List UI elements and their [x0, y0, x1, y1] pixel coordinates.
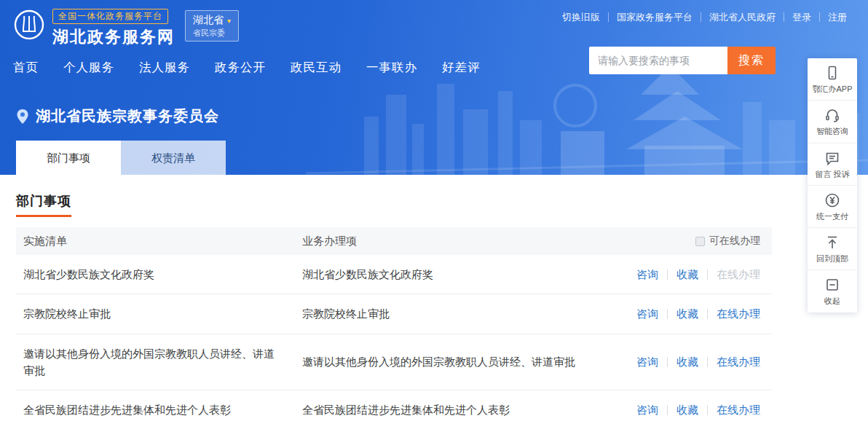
region-name: 湖北省	[193, 14, 224, 25]
online-handle-link[interactable]: 在线办理	[717, 353, 760, 370]
divider	[667, 405, 668, 415]
divider	[667, 309, 668, 319]
divider	[667, 357, 668, 367]
collapse-icon	[824, 277, 840, 293]
nav-item[interactable]: 政民互动	[291, 60, 342, 76]
nav-item[interactable]: 法人服务	[139, 60, 190, 76]
consult-link[interactable]: 咨询	[636, 353, 658, 370]
chevron-down-icon: ▾	[227, 17, 231, 25]
biz-item-name: 全省民族团结进步先进集体和先进个人表彰	[302, 401, 615, 418]
nav-item[interactable]: 首页	[13, 60, 39, 76]
favorite-link[interactable]: 收藏	[676, 266, 698, 283]
banner-tabs: 部门事项 权责清单	[16, 141, 226, 175]
list-item-name: 宗教院校终止审批	[16, 305, 302, 322]
favorite-link[interactable]: 收藏	[676, 353, 698, 370]
nav-item[interactable]: 好差评	[442, 60, 481, 76]
tab-department-items[interactable]: 部门事项	[16, 141, 121, 175]
search-input[interactable]	[589, 47, 727, 74]
top-link[interactable]: 湖北省人民政府	[701, 12, 784, 22]
sidebar-item-collapse[interactable]: 收起	[808, 270, 857, 312]
back-to-top-icon	[824, 235, 840, 251]
sidebar-item-label: 统一支付	[816, 211, 848, 221]
site-header: 全国一体化政务服务平台 湖北政务服务网 湖北省▾ 省民宗委 切换旧版国家政务服务…	[0, 0, 868, 175]
sidebar-item-back-to-top[interactable]: 回到顶部	[808, 228, 857, 270]
divider	[667, 269, 668, 280]
col-header-list: 实施清单	[16, 235, 302, 248]
banner-title-area: 湖北省民族宗教事务委员会	[16, 106, 219, 126]
table-header: 实施清单 业务办理项 可在线办理	[16, 227, 772, 255]
top-link[interactable]: 注册	[819, 12, 855, 22]
table-row: 宗教院校终止审批 宗教院校终止审批 咨询 收藏 在线办理	[16, 294, 772, 334]
search-box: 搜索	[589, 47, 776, 74]
location-pin-icon	[16, 109, 29, 125]
top-link[interactable]: 国家政务服务平台	[608, 12, 701, 22]
consult-link[interactable]: 咨询	[636, 305, 658, 322]
sidebar-item-payment[interactable]: 统一支付	[808, 186, 857, 228]
list-item-name: 全省民族团结进步先进集体和先进个人表彰	[16, 401, 302, 418]
online-filter-label: 可在线办理	[709, 235, 760, 248]
nav-item[interactable]: 一事联办	[366, 60, 417, 76]
table-row: 全省民族团结进步先进集体和先进个人表彰 全省民族团结进步先进集体和先进个人表彰 …	[16, 390, 772, 429]
unified-payment-icon	[824, 192, 840, 208]
platform-badge: 全国一体化政务服务平台	[52, 9, 168, 24]
favorite-link[interactable]: 收藏	[676, 401, 698, 418]
sidebar-item-label: 回到顶部	[816, 253, 848, 264]
sidebar-item-label: 收起	[824, 296, 840, 306]
biz-item-name: 宗教院校终止审批	[302, 305, 615, 322]
sidebar-item-app[interactable]: 鄂汇办APP	[808, 58, 857, 101]
sidebar-item-label: 留言 投诉	[815, 169, 849, 179]
top-link[interactable]: 切换旧版	[554, 12, 608, 22]
site-name: 湖北政务服务网	[52, 26, 175, 48]
brand-area: 全国一体化政务服务平台 湖北政务服务网 湖北省▾ 省民宗委	[13, 9, 239, 48]
online-handle-link[interactable]: 在线办理	[717, 305, 760, 322]
site-logo	[13, 9, 45, 41]
items-table: 实施清单 业务办理项 可在线办理 湖北省少数民族文化政府奖 湖北省少数民族文化政…	[16, 227, 772, 429]
online-handle-link[interactable]: 在线办理	[717, 266, 760, 283]
section-title: 部门事项	[16, 192, 71, 217]
nav-item[interactable]: 政务公开	[215, 60, 266, 76]
divider	[707, 309, 708, 319]
main-content: 部门事项 实施清单 业务办理项 可在线办理 湖北省少数民族文化政府奖 湖北省少数…	[0, 175, 868, 429]
org-title: 湖北省民族宗教事务委员会	[36, 106, 219, 126]
nav-item[interactable]: 个人服务	[63, 60, 114, 76]
online-filter-checkbox[interactable]	[695, 237, 705, 246]
col-header-biz: 业务办理项	[302, 235, 615, 248]
online-handle-link[interactable]: 在线办理	[717, 401, 760, 418]
list-item-name: 湖北省少数民族文化政府奖	[16, 266, 302, 283]
list-item-name: 邀请以其他身份入境的外国宗教教职人员讲经、讲道审批	[16, 345, 302, 379]
sidebar-item-label: 智能咨询	[816, 126, 848, 136]
biz-item-name: 邀请以其他身份入境的外国宗教教职人员讲经、讲道审批	[302, 353, 615, 370]
divider	[707, 357, 708, 367]
favorite-link[interactable]: 收藏	[676, 305, 698, 322]
divider	[707, 269, 708, 280]
sidebar-item-message[interactable]: 留言 投诉	[808, 143, 857, 186]
consult-link[interactable]: 咨询	[636, 401, 658, 418]
top-link[interactable]: 登录	[784, 12, 819, 22]
sidebar-item-consult[interactable]: 智能咨询	[808, 101, 857, 143]
tab-responsibility-list[interactable]: 权责清单	[121, 141, 226, 175]
smart-consult-icon	[824, 107, 840, 123]
region-selector[interactable]: 湖北省▾ 省民宗委	[185, 10, 239, 42]
section-title-wrap: 部门事项	[16, 192, 868, 217]
table-row: 湖北省少数民族文化政府奖 湖北省少数民族文化政府奖 咨询 收藏 在线办理	[16, 255, 772, 294]
sidebar-item-label: 鄂汇办APP	[812, 84, 852, 94]
float-toolbar: 鄂汇办APP 智能咨询 留言 投诉 统一支付 回到顶部	[808, 58, 857, 312]
message-complaint-icon	[824, 150, 840, 166]
divider	[707, 405, 708, 415]
top-links: 切换旧版国家政务服务平台湖北省人民政府登录注册	[554, 12, 855, 23]
region-department: 省民宗委	[193, 28, 231, 39]
search-button[interactable]: 搜索	[727, 47, 776, 74]
table-row: 邀请以其他身份入境的外国宗教教职人员讲经、讲道审批 邀请以其他身份入境的外国宗教…	[16, 334, 772, 391]
mobile-app-icon	[824, 65, 840, 81]
consult-link[interactable]: 咨询	[636, 266, 658, 283]
biz-item-name: 湖北省少数民族文化政府奖	[302, 266, 615, 283]
table-body: 湖北省少数民族文化政府奖 湖北省少数民族文化政府奖 咨询 收藏 在线办理 宗教院…	[16, 255, 772, 429]
